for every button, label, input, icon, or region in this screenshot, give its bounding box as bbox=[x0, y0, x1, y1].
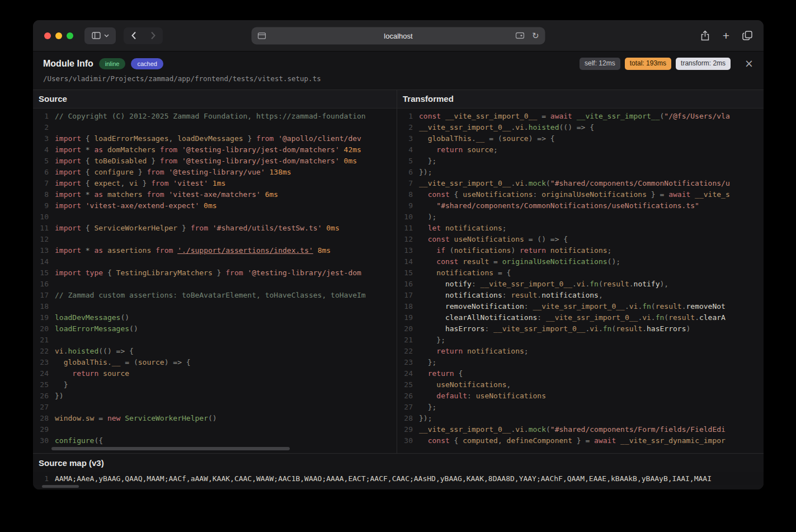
code-panes: Source 1// Copyright (C) 2012-2025 Zamma… bbox=[33, 90, 764, 453]
line-number: 10 bbox=[33, 211, 49, 223]
line-number: 8 bbox=[397, 189, 413, 200]
line-number: 12 bbox=[33, 234, 49, 245]
line-number: 1 bbox=[33, 474, 49, 483]
code-line: 24 return { bbox=[397, 368, 764, 379]
line-number: 16 bbox=[397, 279, 413, 290]
code-line: 17// Zammad custom assertions: toBeAvata… bbox=[33, 290, 397, 301]
zoom-window-button[interactable] bbox=[67, 32, 73, 39]
code-line: 27 }; bbox=[397, 402, 764, 413]
code-line: 26 default: useNotifications bbox=[397, 390, 764, 402]
line-number: 21 bbox=[397, 335, 413, 346]
line-number: 28 bbox=[397, 413, 413, 424]
line-number: 27 bbox=[397, 402, 413, 413]
code-line: 12 const useNotifications = () => { bbox=[397, 234, 764, 245]
code-line: 21 bbox=[33, 335, 397, 346]
code-line: 13 if (notifications) return notificatio… bbox=[397, 245, 764, 256]
line-number: 17 bbox=[397, 290, 413, 301]
source-code: 1// Copyright (C) 2012-2025 Zammad Found… bbox=[33, 109, 397, 453]
line-number: 7 bbox=[33, 178, 49, 189]
code-line: 18 removeNotification: __vite_ssr_import… bbox=[397, 301, 764, 312]
code-line: 11 let notifications; bbox=[397, 223, 764, 234]
line-number: 6 bbox=[397, 167, 413, 178]
horizontal-scrollbar-thumb[interactable] bbox=[51, 447, 290, 450]
code-line: 3 globalThis.__ = (source) => { bbox=[397, 133, 764, 144]
code-line: 8import * as matchers from 'vitest-axe/m… bbox=[33, 189, 397, 200]
transformed-code: 1const __vite_ssr_import_0__ = await __v… bbox=[397, 109, 764, 453]
share-icon[interactable] bbox=[700, 30, 710, 41]
line-number: 18 bbox=[33, 301, 49, 312]
source-pane-title: Source bbox=[33, 90, 397, 109]
line-number: 19 bbox=[397, 312, 413, 323]
code-line: 16 notify: __vite_ssr_import_0__.vi.fn(r… bbox=[397, 279, 764, 290]
sourcemap-scrollbar-thumb[interactable] bbox=[42, 485, 79, 488]
reader-icon[interactable] bbox=[516, 32, 525, 39]
code-line: 5 }; bbox=[397, 156, 764, 167]
sourcemap-title: Source map (v3) bbox=[33, 454, 764, 472]
line-number: 24 bbox=[397, 368, 413, 379]
line-number: 26 bbox=[33, 390, 49, 402]
line-number: 25 bbox=[33, 379, 49, 390]
line-number: 20 bbox=[33, 323, 49, 335]
line-number: 13 bbox=[397, 245, 413, 256]
line-number: 3 bbox=[397, 133, 413, 144]
line-number: 15 bbox=[33, 267, 49, 279]
line-number: 29 bbox=[33, 424, 49, 435]
line-number: 26 bbox=[397, 390, 413, 402]
line-number: 17 bbox=[33, 290, 49, 301]
page-title: Module Info bbox=[43, 59, 93, 69]
code-line: 8 const { useNotifications: originalUseN… bbox=[397, 189, 764, 200]
code-line: 16 bbox=[33, 279, 397, 290]
transformed-pane: Transformed 1const __vite_ssr_import_0__… bbox=[397, 90, 764, 453]
code-line: 9import 'vitest-axe/extend-expect' 0ms bbox=[33, 200, 397, 211]
line-number: 22 bbox=[33, 346, 49, 357]
chevron-down-icon bbox=[104, 34, 109, 37]
line-number: 9 bbox=[397, 200, 413, 211]
line-number: 11 bbox=[397, 223, 413, 234]
line-number: 10 bbox=[397, 211, 413, 223]
code-line: 28}); bbox=[397, 413, 764, 424]
close-icon[interactable]: × bbox=[745, 58, 753, 69]
line-number: 21 bbox=[33, 335, 49, 346]
code-line: 6}); bbox=[397, 167, 764, 178]
line-number: 4 bbox=[397, 144, 413, 156]
code-line: 10 ); bbox=[397, 211, 764, 223]
inline-badge: inline bbox=[99, 58, 126, 69]
code-line: 27 bbox=[33, 402, 397, 413]
address-bar[interactable]: localhost ↻ bbox=[252, 27, 545, 44]
new-tab-button[interactable]: + bbox=[723, 30, 729, 41]
code-line: 26}) bbox=[33, 390, 397, 402]
reload-icon[interactable]: ↻ bbox=[532, 31, 539, 41]
line-number: 15 bbox=[397, 267, 413, 279]
code-line: 4import * as domMatchers from '@testing-… bbox=[33, 144, 397, 156]
line-number: 4 bbox=[33, 144, 49, 156]
transformed-pane-title: Transformed bbox=[397, 90, 764, 109]
line-number: 2 bbox=[397, 122, 413, 133]
sourcemap-line: 1 AAMA;AAeA,yBAAG,QAAQ,MAAM;AACf,aAAW,KA… bbox=[33, 472, 764, 485]
code-line: 20loadErrorMessages() bbox=[33, 323, 397, 335]
chevron-left-icon bbox=[131, 31, 136, 40]
line-number: 6 bbox=[33, 167, 49, 178]
code-line: 6import { configure } from '@testing-lib… bbox=[33, 167, 397, 178]
sourcemap-section: Source map (v3) 1 AAMA;AAeA,yBAAG,QAAQ,M… bbox=[33, 453, 764, 489]
line-number: 19 bbox=[33, 312, 49, 323]
line-number: 16 bbox=[33, 279, 49, 290]
forward-button[interactable] bbox=[143, 31, 163, 40]
code-line: 23 }; bbox=[397, 357, 764, 368]
timing-badges: self: 12ms total: 193ms transform: 2ms bbox=[580, 58, 731, 70]
tab-overview-icon[interactable] bbox=[742, 31, 752, 40]
cached-badge: cached bbox=[131, 58, 163, 69]
code-line: 25 } bbox=[33, 379, 397, 390]
code-line: 28window.sw = new ServiceWorkerHelper() bbox=[33, 413, 397, 424]
line-number: 27 bbox=[33, 402, 49, 413]
line-number: 29 bbox=[397, 424, 413, 435]
sidebar-toggle-button[interactable] bbox=[84, 27, 116, 44]
code-line: 15 notifications = { bbox=[397, 267, 764, 279]
code-line: 23 globalThis.__ = (source) => { bbox=[33, 357, 397, 368]
minimize-window-button[interactable] bbox=[55, 32, 62, 39]
back-button[interactable] bbox=[124, 31, 143, 40]
module-info-header: Module Info inline cached self: 12ms tot… bbox=[33, 51, 764, 90]
line-number: 3 bbox=[33, 133, 49, 144]
code-line: 22vi.hoisted(() => { bbox=[33, 346, 397, 357]
code-line: 22 return notifications; bbox=[397, 346, 764, 357]
close-window-button[interactable] bbox=[44, 32, 51, 39]
